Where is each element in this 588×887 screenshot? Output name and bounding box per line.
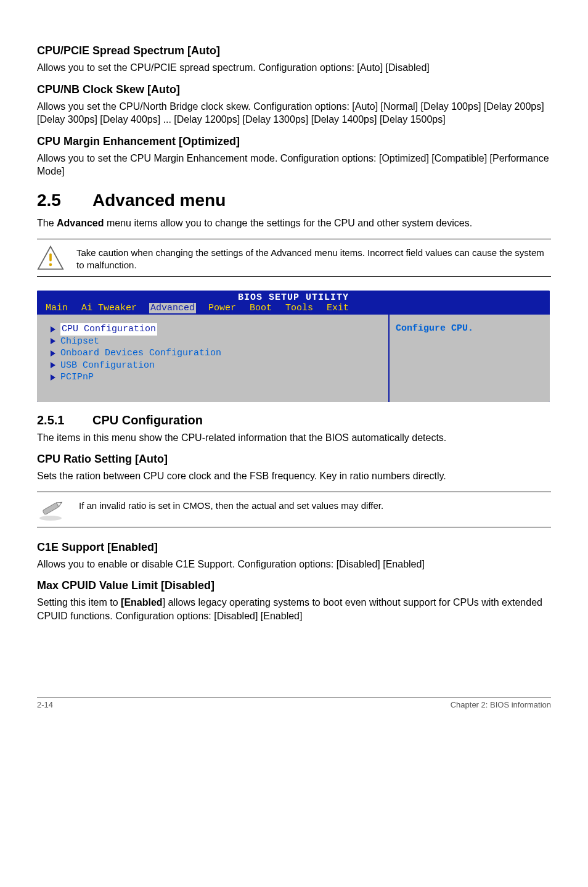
bios-left-pane: CPU Configuration Chipset Onboard Device… [37,315,388,402]
bios-item-onboard[interactable]: Onboard Devices Configuration [51,347,382,360]
heading-cpu-margin-enh: CPU Margin Enhancement [Optimized] [37,135,551,148]
body-cpu-margin-enh: Allows you to set the CPU Margin Enhance… [37,152,551,178]
body-cpu-nb-clock-skew: Allows you set the CPU/North Bridge cloc… [37,100,551,126]
triangle-icon [51,350,55,357]
triangle-icon [51,326,55,332]
bios-item-label: USB Configuration [60,360,155,372]
bios-tab-exit[interactable]: Exit [325,303,350,313]
intro-text-a: The [37,218,57,228]
body-cpu-pcie-spread: Allows you to set the CPU/PCIE spread sp… [37,61,551,75]
bios-tab-tools[interactable]: Tools [284,303,314,313]
bios-item-label: Onboard Devices Configuration [60,347,221,360]
caution-text: Take caution when changing the settings … [76,244,551,272]
bios-item-label: Chipset [60,336,99,348]
svg-rect-4 [43,503,59,515]
body-cpu-ratio: Sets the ration between CPU core clock a… [37,469,551,483]
bios-item-cpu-config[interactable]: CPU Configuration [51,323,382,336]
page-footer: 2-14 Chapter 2: BIOS information [37,697,551,709]
bios-item-pcipnp[interactable]: PCIPnP [51,371,382,384]
bios-header: BIOS SETUP UTILITY [37,291,550,303]
section-2-5-intro: The Advanced menu items allow you to cha… [37,217,551,230]
footer-page-num: 2-14 [37,700,53,709]
section-2-5-num: 2.5 [37,191,92,210]
footer-chapter: Chapter 2: BIOS information [451,700,551,709]
max-cpuid-text-bold: [Enabled [121,597,163,608]
bios-screenshot: BIOS SETUP UTILITY Main Ai Tweaker Advan… [37,291,551,402]
triangle-icon [51,374,55,381]
heading-cpu-nb-clock-skew: CPU/NB Clock Skew [Auto] [37,83,551,96]
page-content: CPU/PCIE Spread Spectrum [Auto] Allows y… [0,0,588,734]
info-note-text: If an invalid ratio is set in CMOS, then… [79,497,383,512]
svg-rect-1 [49,253,52,261]
subsection-2-5-1: 2.5.1CPU Configuration [37,413,551,427]
max-cpuid-text-a: Setting this item to [37,597,121,608]
bios-tab-main[interactable]: Main [44,303,69,313]
sub-2-5-1-body: The items in this menu show the CPU-rela… [37,431,551,445]
bios-tab-power[interactable]: Power [207,303,237,313]
heading-max-cpuid: Max CPUID Value Limit [Disabled] [37,579,551,592]
heading-cpu-ratio: CPU Ratio Setting [Auto] [37,453,551,466]
intro-text-bold: Advanced [57,218,104,228]
info-note: If an invalid ratio is set in CMOS, then… [37,492,551,527]
body-max-cpuid: Setting this item to [Enabled] allows le… [37,596,551,622]
bios-window: BIOS SETUP UTILITY Main Ai Tweaker Advan… [37,291,550,402]
bios-item-usb[interactable]: USB Configuration [51,360,382,372]
heading-c1e: C1E Support [Enabled] [37,541,551,554]
svg-point-2 [49,263,52,266]
body-c1e: Allows you to enable or disable C1E Supp… [37,558,551,571]
svg-point-3 [39,516,62,521]
bios-tab-boot[interactable]: Boot [248,303,273,313]
warning-icon [37,244,64,271]
intro-text-b: menu items allow you to change the setti… [104,218,472,228]
section-2-5-name: Advanced menu [92,191,226,210]
triangle-icon [51,338,55,344]
bios-right-pane: Configure CPU. [388,315,550,402]
pencil-icon [37,497,67,522]
caution-note: Take caution when changing the settings … [37,239,551,278]
bios-tab-aitweaker[interactable]: Ai Tweaker [80,303,138,313]
bios-item-label: CPU Configuration [60,323,157,336]
section-2-5-title: 2.5Advanced menu [37,191,551,210]
bios-body: CPU Configuration Chipset Onboard Device… [37,315,550,402]
bios-tabs: Main Ai Tweaker Advanced Power Boot Tool… [37,303,550,315]
heading-cpu-pcie-spread: CPU/PCIE Spread Spectrum [Auto] [37,44,551,57]
triangle-icon [51,362,55,368]
sub-2-5-1-num: 2.5.1 [37,413,92,427]
bios-tab-advanced[interactable]: Advanced [149,303,196,313]
sub-2-5-1-name: CPU Configuration [92,413,203,427]
bios-item-chipset[interactable]: Chipset [51,336,382,348]
bios-item-label: PCIPnP [60,371,94,384]
